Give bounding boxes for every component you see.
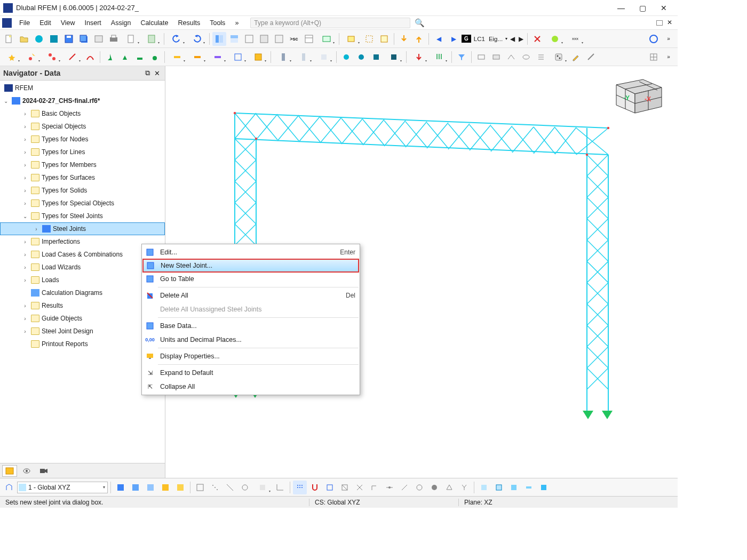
context-menu-item[interactable]: Edit...Enter [143, 245, 359, 259]
col-b-icon[interactable] [294, 50, 313, 64]
load-b-icon[interactable] [430, 50, 449, 64]
context-menu-item[interactable]: ⇱Collapse All [143, 380, 359, 394]
context-menu-item[interactable]: Base Data... [143, 319, 359, 333]
support-d-icon[interactable] [148, 50, 162, 64]
move-up-icon[interactable] [412, 32, 426, 46]
corner-icon[interactable] [368, 481, 382, 494]
help-icon[interactable] [647, 32, 661, 46]
tree-item[interactable]: ›Steel Joints [0, 222, 165, 235]
tree-item[interactable]: ›Types for Lines [0, 146, 165, 158]
panel-restore-icon[interactable] [656, 20, 663, 26]
tree-root[interactable]: RFEM [0, 82, 165, 94]
expander-icon[interactable]: › [21, 111, 29, 117]
expander-icon[interactable]: › [21, 162, 29, 168]
magnet-icon[interactable] [308, 481, 322, 494]
tree-item[interactable]: ⌄Types for Steel Joints [0, 210, 165, 222]
maximize-button[interactable]: ▢ [632, 1, 653, 15]
rect-x-icon[interactable] [338, 481, 352, 494]
edit-icon[interactable] [569, 50, 583, 64]
box-c-icon[interactable] [507, 481, 521, 494]
loadcase-next[interactable]: ▶ [518, 35, 525, 43]
menu-view[interactable]: View [57, 18, 80, 28]
menu-more[interactable]: » [231, 18, 243, 28]
load-case-selector[interactable]: G LC1 Eig... ▾ ◀ ▶ [462, 35, 525, 43]
expander-icon[interactable]: › [21, 149, 29, 155]
tree-item[interactable]: ›Types for Special Objects [0, 197, 165, 210]
report-icon[interactable] [122, 32, 141, 46]
section-b-icon[interactable] [249, 50, 268, 64]
grid-icon[interactable] [647, 50, 661, 64]
show-sys-icon[interactable] [377, 32, 391, 46]
load-a-icon[interactable] [409, 50, 428, 64]
menu-insert[interactable]: Insert [81, 18, 106, 28]
panel-c-icon[interactable] [242, 32, 256, 46]
line-new-icon[interactable] [63, 50, 82, 64]
tree-item[interactable]: ›Types for Nodes [0, 133, 165, 146]
expander-icon[interactable]: › [21, 265, 29, 270]
filter-right-icon[interactable]: ▶ [447, 32, 460, 46]
node-dd-icon[interactable] [22, 50, 42, 64]
save-icon[interactable] [62, 32, 76, 46]
results-graphic-icon[interactable] [317, 32, 336, 46]
select-icon[interactable] [362, 32, 376, 46]
sc-icon[interactable]: >sc [287, 32, 301, 46]
overflow-icon[interactable]: » [662, 32, 676, 46]
view-b-icon[interactable] [489, 50, 503, 64]
expander-icon[interactable]: › [21, 239, 29, 245]
menu-results[interactable]: Results [174, 18, 205, 28]
member-b-icon[interactable] [188, 50, 207, 64]
orientation-cube[interactable]: -Y -X [608, 71, 667, 117]
disc-icon[interactable] [427, 481, 441, 494]
expander-icon[interactable]: ⌄ [2, 98, 10, 104]
context-menu-item[interactable]: 0,00Units and Decimal Places... [143, 333, 359, 347]
view-c-icon[interactable] [504, 50, 518, 64]
menu-file[interactable]: File [15, 18, 34, 28]
panel-close-icon[interactable]: ✕ [667, 19, 676, 27]
expander-icon[interactable]: › [21, 277, 29, 283]
grid-d-icon[interactable] [238, 481, 252, 494]
panel-e-icon[interactable] [272, 32, 286, 46]
view-d-icon[interactable] [519, 50, 533, 64]
tree-item[interactable]: ›Guide Objects [0, 312, 165, 325]
loadcase-prev[interactable]: ◀ [509, 35, 516, 43]
expander-icon[interactable]: › [21, 137, 29, 142]
cloud-sync-icon[interactable] [32, 32, 46, 46]
joint-d-icon[interactable] [384, 50, 403, 64]
tree-item[interactable]: ›Steel Joint Design [0, 325, 165, 338]
support-a-icon[interactable] [103, 50, 117, 64]
wrench-icon[interactable] [545, 32, 565, 46]
member-a-icon[interactable] [168, 50, 187, 64]
section-a-icon[interactable] [228, 50, 248, 64]
tree-item[interactable]: ›Load Wizards [0, 261, 165, 274]
navigator-eye-tab[interactable] [19, 465, 34, 477]
line-curve-icon[interactable] [83, 50, 97, 64]
print-icon[interactable] [107, 32, 121, 46]
pin-off-icon[interactable] [530, 32, 544, 46]
undo-icon[interactable] [92, 32, 106, 46]
navigator-video-tab[interactable] [36, 465, 51, 477]
layer-c-icon[interactable] [144, 481, 157, 494]
open-file-icon[interactable] [17, 32, 31, 46]
context-menu-item[interactable]: New Steel Joint... [142, 259, 359, 273]
tree-item[interactable]: ›Imperfections [0, 235, 165, 248]
tree-item[interactable]: ›Types for Surfaces [0, 171, 165, 184]
support-b-icon[interactable] [118, 50, 132, 64]
minimize-button[interactable]: — [610, 1, 632, 15]
script-icon[interactable] [142, 32, 161, 46]
navigator-close-icon[interactable]: ✕ [152, 68, 162, 78]
menu-calculate[interactable]: Calculate [136, 18, 172, 28]
menu-assign[interactable]: Assign [107, 18, 136, 28]
expander-icon[interactable]: › [21, 124, 29, 130]
grid-b-icon[interactable] [208, 481, 222, 494]
draw-icon[interactable] [584, 50, 598, 64]
context-menu-item[interactable]: Delete AllDel [143, 289, 359, 302]
view-a-icon[interactable] [474, 50, 488, 64]
box-a-icon[interactable] [477, 481, 491, 494]
expander-icon[interactable]: › [21, 316, 29, 322]
panel-b-icon[interactable] [227, 32, 241, 46]
mid-icon[interactable] [383, 481, 396, 494]
navigator-tree[interactable]: RFEM ⌄ 2024-02-27_CHS-final.rf6* ›Basic … [0, 81, 165, 463]
box-b-icon[interactable] [492, 481, 506, 494]
filter-left-icon[interactable]: ◀ [432, 32, 446, 46]
expander-icon[interactable]: › [21, 201, 29, 206]
